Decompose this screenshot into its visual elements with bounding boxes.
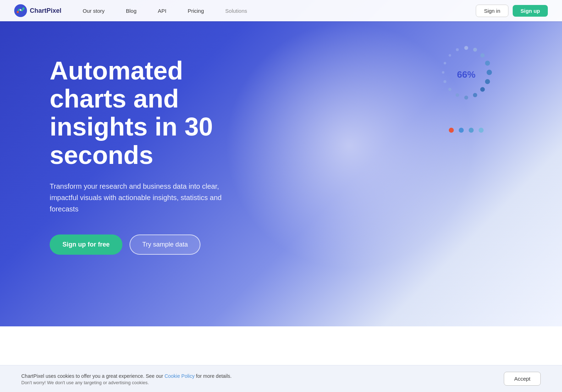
svg-point-8 — [487, 70, 492, 75]
hero-title: Automated charts and insights in 30 seco… — [50, 57, 248, 169]
svg-point-10 — [480, 87, 485, 92]
svg-point-6 — [480, 53, 485, 57]
logo-icon — [14, 4, 27, 17]
hero-section: Automated charts and insights in 30 seco… — [0, 0, 562, 326]
svg-point-1 — [17, 11, 19, 13]
try-sample-button[interactable]: Try sample data — [130, 234, 200, 255]
cookie-main-text: ChartPixel uses cookies to offer you a g… — [21, 372, 232, 380]
svg-point-12 — [464, 96, 468, 100]
svg-point-5 — [473, 48, 477, 52]
cookie-sub-text: Don't worry! We don't use any targeting … — [21, 380, 232, 385]
nav-pricing[interactable]: Pricing — [188, 8, 204, 14]
logo[interactable]: ChartPixel — [14, 4, 61, 17]
accept-button[interactable]: Accept — [504, 372, 541, 386]
cookie-banner: ChartPixel uses cookies to offer you a g… — [0, 365, 562, 392]
signin-button[interactable]: Sign in — [476, 5, 508, 17]
brand-name: ChartPixel — [30, 7, 61, 15]
nav-api[interactable]: API — [158, 8, 166, 14]
svg-point-14 — [448, 88, 452, 91]
svg-point-11 — [473, 93, 477, 97]
donut-chart: 66% — [434, 43, 498, 106]
svg-point-16 — [442, 71, 445, 74]
svg-point-19 — [456, 48, 459, 51]
carousel-dot-3[interactable] — [469, 128, 474, 133]
hero-content: Automated charts and insights in 30 seco… — [0, 21, 248, 276]
navbar: ChartPixel Our story Blog API Pricing So… — [0, 0, 562, 21]
nav-links: Our story Blog API Pricing Solutions — [83, 8, 476, 14]
carousel-dots — [449, 128, 484, 133]
hero-subtitle: Transform your research and business dat… — [50, 181, 227, 215]
svg-point-15 — [443, 80, 446, 83]
svg-point-4 — [464, 46, 468, 50]
cookie-text-before: ChartPixel uses cookies to offer you a g… — [21, 373, 165, 379]
signup-free-button[interactable]: Sign up for free — [50, 234, 122, 255]
nav-our-story[interactable]: Our story — [83, 8, 105, 14]
cookie-text-after: for more details. — [194, 373, 231, 379]
carousel-dot-1[interactable] — [449, 128, 454, 133]
svg-point-17 — [444, 62, 446, 65]
signup-button[interactable]: Sign up — [513, 5, 548, 17]
svg-point-18 — [449, 54, 451, 57]
svg-point-13 — [456, 93, 459, 97]
carousel-dot-2[interactable] — [459, 128, 464, 133]
hero-visual: 66% — [434, 43, 498, 133]
svg-point-3 — [22, 7, 24, 10]
svg-point-9 — [485, 79, 490, 84]
nav-blog[interactable]: Blog — [126, 8, 137, 14]
donut-percent: 66% — [457, 69, 475, 80]
nav-actions: Sign in Sign up — [476, 5, 548, 17]
nav-solutions[interactable]: Solutions — [225, 8, 247, 14]
cookie-message: ChartPixel uses cookies to offer you a g… — [21, 372, 232, 385]
hero-buttons: Sign up for free Try sample data — [50, 234, 248, 255]
svg-point-7 — [485, 61, 490, 66]
svg-point-2 — [20, 9, 22, 11]
carousel-dot-4[interactable] — [479, 128, 484, 133]
cookie-policy-link[interactable]: Cookie Policy — [165, 373, 195, 379]
